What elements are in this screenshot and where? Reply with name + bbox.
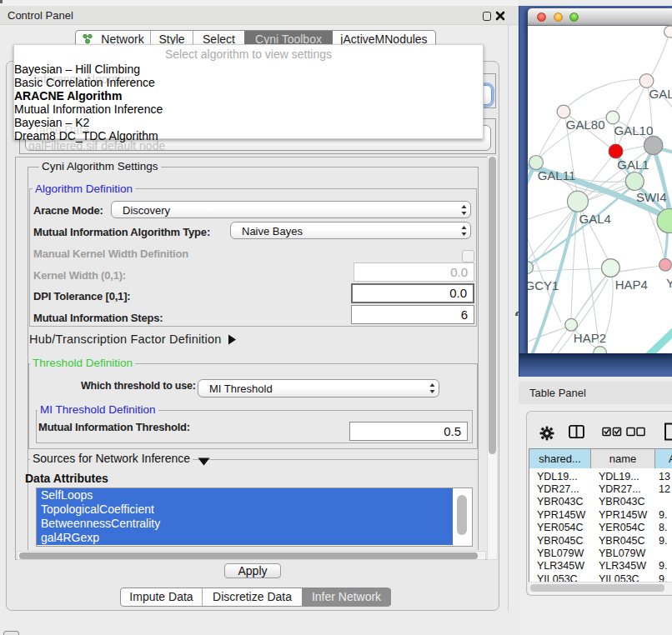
svg-text:GAL80: GAL80 <box>566 118 605 132</box>
svg-text:SWI4: SWI4 <box>636 190 667 204</box>
svg-text:GAL4: GAL4 <box>579 212 611 226</box>
svg-text:GAL2: GAL2 <box>649 87 672 101</box>
svg-text:GAL11: GAL11 <box>538 168 576 182</box>
svg-text:HAP2: HAP2 <box>574 331 606 345</box>
svg-text:GCY1: GCY1 <box>528 278 559 292</box>
svg-text:GAL10: GAL10 <box>614 123 654 138</box>
svg-text:HAP4: HAP4 <box>615 278 648 292</box>
svg-text:YM: YM <box>666 276 672 290</box>
svg-text:GAL1: GAL1 <box>617 158 649 172</box>
